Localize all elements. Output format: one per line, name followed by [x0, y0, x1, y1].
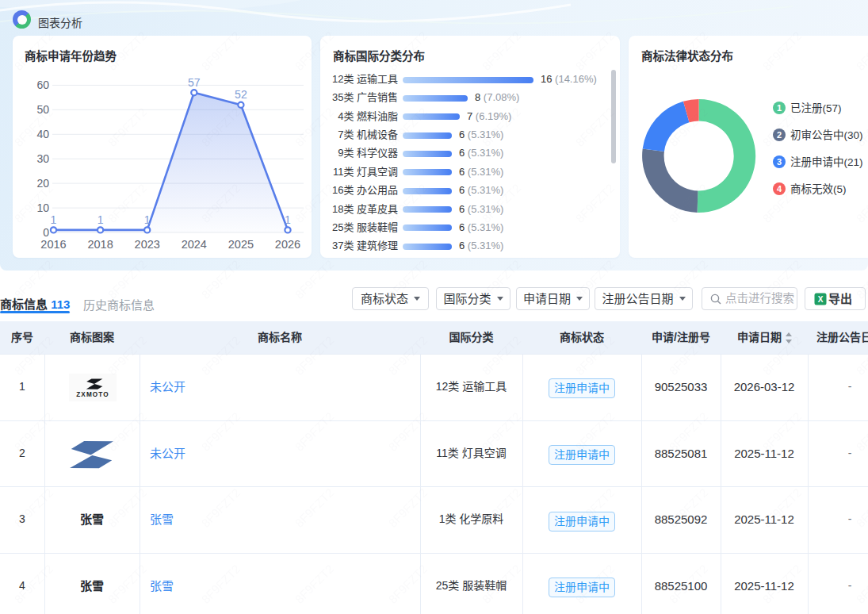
svg-text:2024: 2024	[182, 238, 207, 251]
svg-text:1: 1	[285, 213, 291, 226]
svg-text:30: 30	[36, 152, 49, 165]
svg-text:40: 40	[36, 128, 49, 140]
svg-text:2025: 2025	[228, 238, 254, 251]
svg-text:X: X	[818, 295, 824, 304]
svg-text:2018: 2018	[87, 238, 113, 251]
svg-text:0: 0	[43, 226, 49, 239]
svg-text:50: 50	[36, 103, 49, 116]
svg-text:20: 20	[36, 177, 49, 190]
svg-text:2023: 2023	[135, 238, 160, 251]
svg-text:10: 10	[36, 201, 49, 214]
svg-text:ZXMOTO: ZXMOTO	[76, 391, 109, 398]
svg-text:2016: 2016	[40, 238, 66, 251]
svg-text:1: 1	[144, 213, 151, 226]
svg-text:52: 52	[235, 88, 247, 101]
svg-text:1: 1	[51, 213, 57, 226]
svg-text:60: 60	[36, 79, 49, 91]
svg-text:1: 1	[98, 213, 104, 226]
svg-text:57: 57	[188, 76, 201, 89]
svg-text:2026: 2026	[275, 238, 300, 251]
